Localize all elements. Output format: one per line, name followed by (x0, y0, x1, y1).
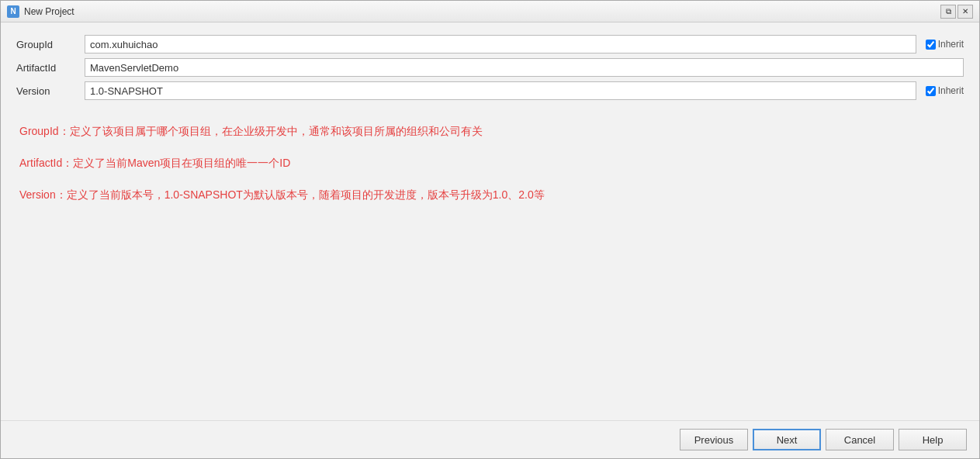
version-inherit-checkbox[interactable] (926, 86, 936, 96)
groupid-info: GroupId：定义了该项目属于哪个项目组，在企业级开发中，通常和该项目所属的组… (19, 122, 961, 141)
version-label: Version (16, 85, 78, 97)
groupid-row: GroupId Inherit (16, 35, 964, 53)
title-bar: N New Project ⧉ ✕ (1, 1, 979, 22)
restore-button[interactable]: ⧉ (940, 5, 956, 19)
new-project-dialog: N New Project ⧉ ✕ GroupId Inherit Artifa (0, 0, 980, 459)
groupid-input[interactable] (85, 35, 916, 53)
main-content: GroupId Inherit ArtifactId Version Inher… (1, 22, 979, 420)
version-inherit-container: Inherit (926, 85, 964, 96)
next-button[interactable]: Next (753, 429, 821, 450)
previous-button[interactable]: Previous (680, 429, 748, 450)
artifactid-row: ArtifactId (16, 58, 964, 77)
version-info: Version：定义了当前版本号，1.0-SNAPSHOT为默认版本号，随着项目… (19, 185, 961, 205)
groupid-inherit-container: Inherit (926, 39, 964, 50)
artifactid-info: ArtifactId：定义了当前Maven项目在项目组的唯一一个ID (19, 154, 961, 173)
window-icon: N (7, 5, 19, 18)
artifactid-label: ArtifactId (16, 62, 78, 74)
footer: Previous Next Cancel Help (1, 420, 979, 458)
title-bar-left: N New Project (7, 5, 74, 18)
close-button[interactable]: ✕ (957, 5, 973, 19)
artifactid-input[interactable] (85, 58, 964, 77)
form-section: GroupId Inherit ArtifactId Version Inher… (16, 35, 964, 100)
groupid-inherit-label: Inherit (938, 39, 964, 50)
version-inherit-label: Inherit (938, 85, 964, 96)
version-input[interactable] (85, 81, 916, 100)
title-bar-controls: ⧉ ✕ (940, 5, 973, 19)
groupid-label: GroupId (16, 39, 78, 50)
window-title: New Project (24, 6, 74, 17)
groupid-inherit-checkbox[interactable] (926, 40, 936, 50)
info-section: GroupId：定义了该项目属于哪个项目组，在企业级开发中，通常和该项目所属的组… (16, 116, 964, 414)
cancel-button[interactable]: Cancel (826, 429, 894, 450)
version-row: Version Inherit (16, 81, 964, 100)
help-button[interactable]: Help (899, 429, 967, 450)
